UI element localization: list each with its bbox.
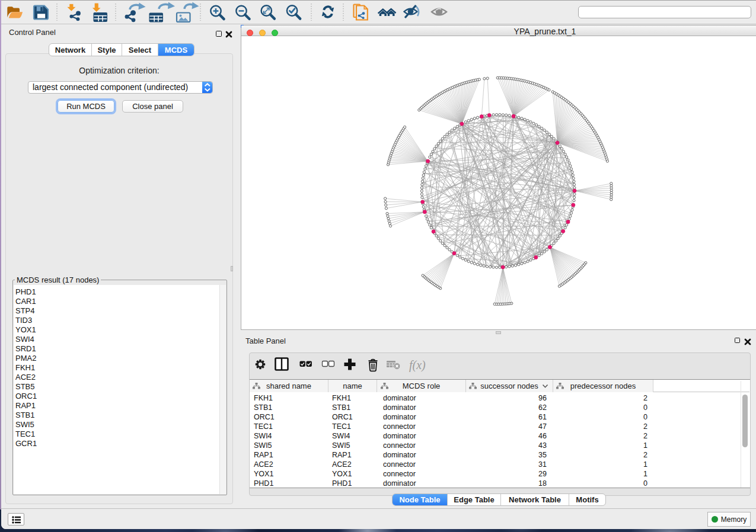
svg-text:f(x): f(x) — [409, 358, 426, 372]
